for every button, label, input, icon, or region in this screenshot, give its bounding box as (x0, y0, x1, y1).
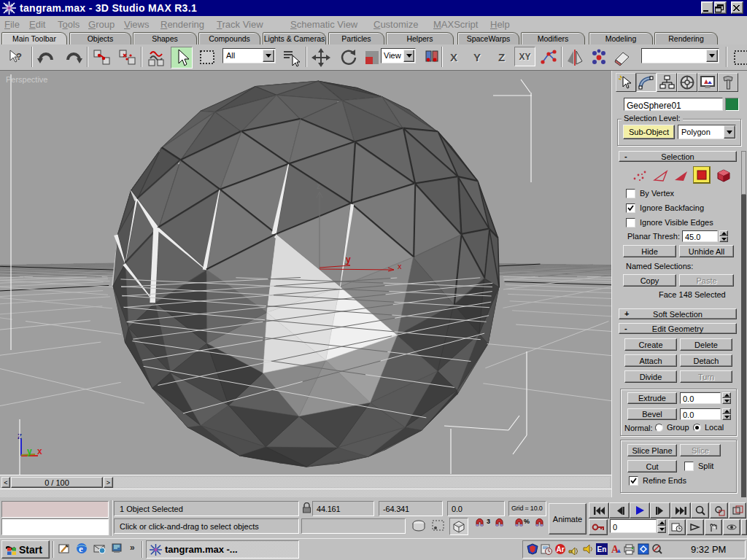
svg-text:A: A (611, 544, 619, 555)
svg-text:x: x (398, 262, 402, 271)
svg-text:Ar: Ar (557, 545, 565, 553)
svg-text:y: y (346, 254, 351, 265)
svg-text:e: e (79, 543, 83, 554)
svg-text:?: ? (16, 51, 22, 62)
svg-text:z: z (317, 182, 320, 190)
svg-text:Perspective: Perspective (6, 75, 47, 84)
svg-text:En: En (597, 545, 607, 553)
svg-text:x: x (37, 446, 42, 456)
svg-text:y: y (27, 446, 32, 456)
